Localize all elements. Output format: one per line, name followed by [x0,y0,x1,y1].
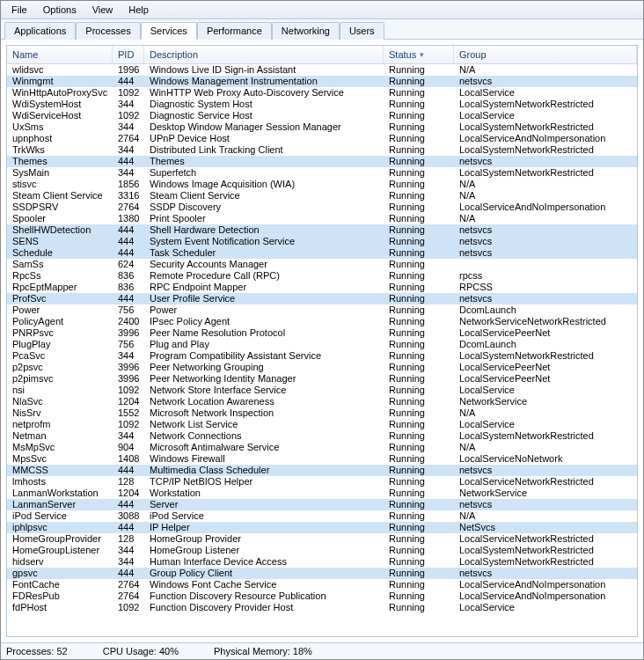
table-row[interactable]: upnphost2764UPnP Device HostRunningLocal… [7,133,637,144]
table-row[interactable]: Schedule444Task SchedulerRunningnetsvcs [7,247,637,259]
menu-options[interactable]: Options [36,3,84,17]
table-row[interactable]: Netman344Network ConnectionsRunningLocal… [7,430,637,442]
table-row[interactable]: LanmanWorkstation1204WorkstationRunningN… [7,488,637,499]
cell-desc: Themes [144,156,384,167]
cell-name: netprofm [7,419,113,430]
tab-services[interactable]: Services [141,22,197,40]
tab-bar: ApplicationsProcessesServicesPerformance… [1,19,643,40]
table-row[interactable]: TrkWks344Distributed Link Tracking Clien… [7,144,637,156]
table-row[interactable]: PlugPlay756Plug and PlayRunningDcomLaunc… [7,339,637,350]
table-row[interactable]: SSDPSRV2764SSDP DiscoveryRunningLocalSer… [7,202,637,213]
table-row[interactable]: LanmanServer444ServerRunningnetsvcs [7,499,637,510]
table-row[interactable]: SamSs624Security Accounts ManagerRunning [7,259,637,270]
menu-help[interactable]: Help [121,3,156,17]
table-row[interactable]: wlidsvc1996Windows Live ID Sign-in Assis… [7,64,637,76]
table-row[interactable]: gpsvc444Group Policy ClientRunningnetsvc… [7,568,637,579]
cell-name: LanmanWorkstation [7,488,113,499]
menu-file[interactable]: File [4,3,34,17]
cell-group: netsvcs [454,465,637,476]
table-row[interactable]: WdiServiceHost1092Diagnostic Service Hos… [7,110,637,121]
table-row[interactable]: p2psvc3996Peer Networking GroupingRunnin… [7,362,637,373]
table-row[interactable]: SENS444System Event Notification Service… [7,236,637,247]
table-row[interactable]: RpcSs836Remote Procedure Call (RPC)Runni… [7,270,637,282]
cell-group: NetworkService [454,488,637,499]
table-row[interactable]: p2pimsvc3996Peer Networking Identity Man… [7,373,637,385]
cell-name: SamSs [7,259,113,270]
cell-pid: 344 [113,99,144,110]
table-row[interactable]: HomeGroupProvider128HomeGroup ProviderRu… [7,533,637,545]
tab-users[interactable]: Users [340,22,384,40]
cell-pid: 3088 [113,510,144,522]
rows-scroll-area[interactable]: wlidsvc1996Windows Live ID Sign-in Assis… [7,64,637,636]
column-header-status[interactable]: Status ▼ [384,46,454,63]
cell-desc: Windows Font Cache Service [144,579,384,590]
table-row[interactable]: RpcEptMapper836RPC Endpoint MapperRunnin… [7,282,637,293]
cell-desc: Plug and Play [144,339,384,350]
table-row[interactable]: WdiSystemHost344Diagnostic System HostRu… [7,99,637,110]
cell-pid: 2400 [113,316,144,327]
column-header-group[interactable]: Group [454,46,637,63]
cell-desc: Power [144,304,384,316]
menu-view[interactable]: View [85,3,121,17]
cell-group: LocalService [454,602,637,613]
cell-desc: Human Interface Device Access [144,556,384,568]
tab-networking[interactable]: Networking [272,22,340,40]
table-row[interactable]: hidserv344Human Interface Device AccessR… [7,556,637,568]
cell-name: Schedule [7,247,113,259]
cell-desc: HomeGroup Listener [144,545,384,556]
table-row[interactable]: FontCache2764Windows Font Cache ServiceR… [7,579,637,590]
table-row[interactable]: PcaSvc344Program Compatibility Assistant… [7,350,637,362]
table-row[interactable]: NisSrv1552Microsoft Network InspectionRu… [7,407,637,419]
table-row[interactable]: nsi1092Network Store Interface ServiceRu… [7,385,637,396]
table-row[interactable]: MsMpSvc904Microsoft Antimalware ServiceR… [7,442,637,453]
cell-pid: 344 [113,556,144,568]
table-row[interactable]: WinHttpAutoProxySvc1092WinHTTP Web Proxy… [7,87,637,99]
table-row[interactable]: NlaSvc1204Network Location AwarenessRunn… [7,396,637,407]
cell-pid: 344 [113,144,144,156]
tab-performance[interactable]: Performance [197,22,272,40]
cell-stat: Running [384,499,454,510]
cell-name: FontCache [7,579,113,590]
cell-stat: Running [384,339,454,350]
table-row[interactable]: Power756PowerRunningDcomLaunch [7,304,637,316]
menu-bar: FileOptionsViewHelp [1,1,643,19]
table-row[interactable]: Themes444ThemesRunningnetsvcs [7,156,637,167]
cell-pid: 1204 [113,396,144,407]
column-header-description[interactable]: Description [144,46,384,63]
column-header-pid[interactable]: PID [113,46,144,63]
table-row[interactable]: ProfSvc444User Profile ServiceRunningnet… [7,293,637,304]
table-row[interactable]: PolicyAgent2400IPsec Policy AgentRunning… [7,316,637,327]
cell-desc: IPsec Policy Agent [144,316,384,327]
tab-applications[interactable]: Applications [4,22,76,40]
cell-group: LocalSystemNetworkRestricted [454,430,637,442]
table-row[interactable]: PNRPsvc3996Peer Name Resolution Protocol… [7,327,637,339]
table-row[interactable]: FDResPub2764Function Discovery Resource … [7,590,637,602]
table-row[interactable]: iphlpsvc444IP HelperRunningNetSvcs [7,522,637,533]
table-row[interactable]: stisvc1856Windows Image Acquisition (WIA… [7,179,637,190]
cell-desc: Function Discovery Provider Host [144,602,384,613]
cell-desc: Network Connections [144,430,384,442]
table-row[interactable]: fdPHost1092Function Discovery Provider H… [7,602,637,613]
table-row[interactable]: MMCSS444Multimedia Class SchedulerRunnin… [7,465,637,476]
table-row[interactable]: HomeGroupListener344HomeGroup ListenerRu… [7,545,637,556]
cell-group: N/A [454,407,637,419]
table-row[interactable]: ShellHWDetection444Shell Hardware Detect… [7,224,637,236]
table-row[interactable]: Spooler1380Print SpoolerRunningN/A [7,213,637,224]
table-row[interactable]: Steam Client Service3316Steam Client Ser… [7,190,637,202]
tab-processes[interactable]: Processes [76,22,140,40]
table-row[interactable]: lmhosts128TCP/IP NetBIOS HelperRunningLo… [7,476,637,488]
table-row[interactable]: MpsSvc1408Windows FirewallRunningLocalSe… [7,453,637,465]
table-row[interactable]: Winmgmt444Windows Management Instrumenta… [7,76,637,87]
cell-stat: Running [384,476,454,488]
table-row[interactable]: UxSms344Desktop Window Manager Session M… [7,121,637,133]
table-row[interactable]: iPod Service3088iPod ServiceRunningN/A [7,510,637,522]
table-row[interactable]: SysMain344SuperfetchRunningLocalSystemNe… [7,167,637,179]
column-header-name[interactable]: Name [7,46,113,63]
cell-name: RpcSs [7,270,113,282]
table-row[interactable]: netprofm1092Network List ServiceRunningL… [7,419,637,430]
cell-stat: Running [384,522,454,533]
cell-group: LocalServiceAndNoImpersonation [454,133,637,144]
cell-desc: System Event Notification Service [144,236,384,247]
cell-stat: Running [384,293,454,304]
cell-stat: Running [384,488,454,499]
